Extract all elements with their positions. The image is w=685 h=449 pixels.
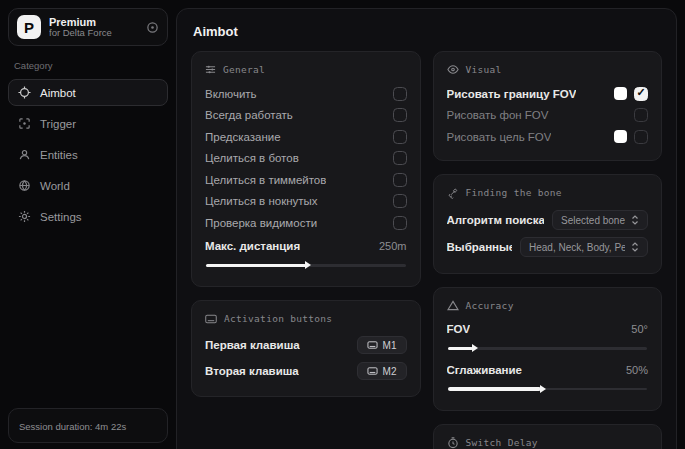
section-title: General — [223, 64, 265, 75]
setting-label: Всегда работать — [205, 109, 293, 121]
chevron-updown-icon — [631, 242, 639, 252]
brand-subtitle: for Delta Force — [49, 28, 138, 38]
keybind-label: Вторая клавиша — [205, 365, 299, 377]
setting-row: Рисовать границу FOV — [447, 83, 649, 105]
category-label: Category — [14, 60, 162, 71]
keyboard-icon — [367, 341, 378, 349]
checkbox-draw-fov-target[interactable] — [634, 130, 648, 144]
entities-icon — [18, 148, 31, 161]
slider-thumb[interactable] — [305, 261, 311, 269]
setting-row: Целиться в тиммейтов — [205, 169, 407, 191]
select-value: Selected bone — [561, 215, 625, 226]
slider-thumb[interactable] — [540, 385, 546, 393]
keybind-row: Вторая клавиша M2 — [205, 358, 407, 384]
keyboard-icon — [367, 367, 378, 375]
card-visual: Visual Рисовать границу FOV Рисовать фон… — [433, 51, 663, 161]
brand-title: Premium — [49, 16, 138, 28]
checkbox-target-teammates[interactable] — [393, 173, 407, 187]
max-distance-slider[interactable] — [206, 260, 406, 270]
sidebar: P Premium for Delta Force Category Aimbo… — [0, 0, 176, 449]
section-title: Finding the bone — [466, 187, 562, 198]
section-title: Visual — [466, 64, 502, 75]
gear-icon — [18, 210, 31, 223]
card-activation-buttons: Activation buttons Первая клавиша M1 — [191, 300, 421, 397]
sidebar-item-aimbot[interactable]: Aimbot — [8, 79, 168, 106]
trigger-icon — [18, 117, 31, 130]
page-title: Aimbot — [193, 24, 662, 39]
setting-row: Проверка видимости — [205, 212, 407, 234]
checkbox-target-knocked[interactable] — [393, 194, 407, 208]
selected-bones-select[interactable]: Head, Neck, Body, Pe.. — [520, 237, 648, 257]
setting-label: Рисовать фон FOV — [447, 109, 549, 121]
setting-row: Рисовать цель FOV — [447, 126, 649, 148]
select-value: Head, Neck, Body, Pe.. — [529, 242, 625, 253]
setting-label: Предсказание — [205, 131, 281, 143]
fov-slider[interactable] — [448, 343, 648, 353]
keybind-button-first[interactable]: M1 — [357, 336, 407, 354]
slider-thumb[interactable] — [472, 344, 478, 352]
slider-label: Сглаживание — [447, 364, 522, 376]
sidebar-item-label: Aimbot — [40, 87, 76, 99]
bone-algorithm-select[interactable]: Selected bone — [552, 210, 648, 230]
setting-row: Всегда работать — [205, 105, 407, 127]
checkbox-always-work[interactable] — [393, 108, 407, 122]
setting-label: Выбранные кости — [447, 241, 513, 253]
checkbox-target-bots[interactable] — [393, 151, 407, 165]
setting-row: Целиться в ботов — [205, 148, 407, 170]
setting-row: Выбранные кости Head, Neck, Body, Pe.. — [447, 234, 649, 261]
setting-label: Включить — [205, 88, 257, 100]
sidebar-item-label: Settings — [40, 211, 82, 223]
clock-icon — [447, 437, 459, 449]
sidebar-item-settings[interactable]: Settings — [8, 203, 168, 230]
card-accuracy: Accuracy FOV 50° Сглаживание 50% — [433, 287, 663, 411]
card-general: General Включить Всегда работать Предска… — [191, 51, 421, 287]
setting-row: Включить — [205, 83, 407, 105]
slider-label: FOV — [447, 323, 471, 335]
sidebar-item-label: Trigger — [40, 118, 76, 130]
setting-label: Целиться в тиммейтов — [205, 174, 326, 186]
brand-card: P Premium for Delta Force — [8, 8, 168, 46]
section-title: Switch Delay — [466, 437, 538, 448]
sidebar-item-entities[interactable]: Entities — [8, 141, 168, 168]
setting-row: Алгоритм поиска кости Selected bone — [447, 207, 649, 234]
brand-logo: P — [17, 15, 41, 39]
sidebar-item-label: Entities — [40, 149, 78, 161]
sidebar-item-label: World — [40, 180, 70, 192]
checkbox-visibility-check[interactable] — [393, 216, 407, 230]
setting-row: Рисовать фон FOV — [447, 105, 649, 127]
section-title: Activation buttons — [224, 313, 332, 324]
keybind-button-second[interactable]: M2 — [357, 362, 407, 380]
sidebar-item-world[interactable]: World — [8, 172, 168, 199]
crosshair-icon — [18, 86, 31, 99]
color-swatch-fov-target[interactable] — [614, 130, 627, 143]
keybind-value: M2 — [383, 366, 397, 377]
smoothing-slider[interactable] — [448, 384, 648, 394]
slider-value: 50% — [626, 364, 648, 376]
session-duration: Session duration: 4m 22s — [8, 408, 168, 443]
sliders-icon — [205, 64, 216, 75]
keybind-row: Первая клавиша M1 — [205, 332, 407, 358]
setting-row: FOV 50° — [447, 319, 649, 341]
bone-icon — [447, 187, 459, 199]
keybind-label: Первая клавиша — [205, 339, 300, 351]
keybind-value: M1 — [383, 340, 397, 351]
setting-label: Рисовать цель FOV — [447, 131, 552, 143]
card-finding-bone: Finding the bone Алгоритм поиска кости S… — [433, 174, 663, 274]
color-swatch-fov-border[interactable] — [614, 87, 627, 100]
slider-value: 50° — [631, 323, 648, 335]
checkbox-draw-fov-border[interactable] — [634, 87, 648, 101]
setting-row: Сглаживание 50% — [447, 359, 649, 381]
globe-icon — [18, 179, 31, 192]
section-title: Accuracy — [466, 300, 514, 311]
sync-icon[interactable] — [146, 21, 159, 34]
sidebar-item-trigger[interactable]: Trigger — [8, 110, 168, 137]
setting-label: Алгоритм поиска кости — [447, 214, 545, 226]
checkbox-prediction[interactable] — [393, 130, 407, 144]
setting-row: Предсказание — [205, 126, 407, 148]
setting-label: Целиться в ботов — [205, 152, 299, 164]
checkbox-draw-fov-background[interactable] — [634, 108, 648, 122]
setting-row: Целиться в нокнутых — [205, 191, 407, 213]
slider-label: Макс. дистанция — [205, 240, 300, 252]
checkbox-enable[interactable] — [393, 87, 407, 101]
main-panel: Aimbot General Включить — [176, 8, 677, 449]
